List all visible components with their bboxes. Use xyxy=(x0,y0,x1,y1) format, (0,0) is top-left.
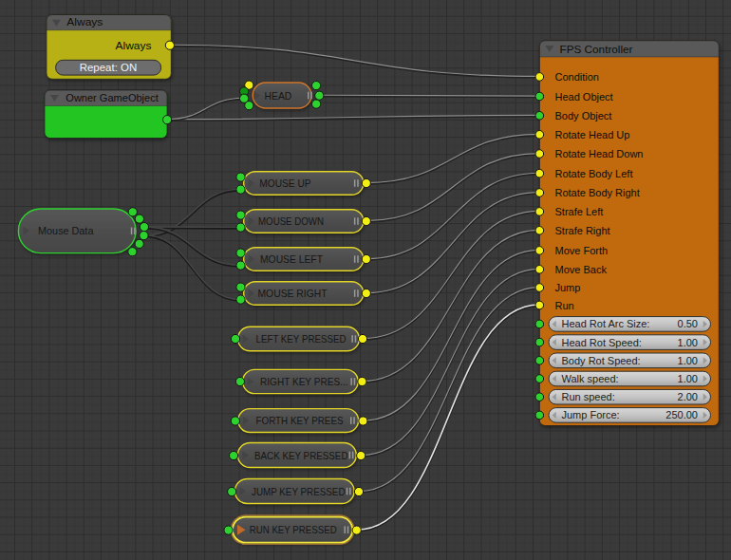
svg-text:Move Forth: Move Forth xyxy=(555,245,609,256)
svg-text:0.50: 0.50 xyxy=(678,318,698,329)
svg-text:FORTH KEY PREES: FORTH KEY PREES xyxy=(256,415,344,426)
svg-text:Mouse Data: Mouse Data xyxy=(38,225,94,236)
svg-text:Run: Run xyxy=(555,300,574,311)
svg-text:1.00: 1.00 xyxy=(678,337,698,348)
svg-text:Rotate Body Left: Rotate Body Left xyxy=(555,168,633,179)
svg-text:Move Back: Move Back xyxy=(555,264,608,275)
svg-text:LEFT KEY PRESSED: LEFT KEY PRESSED xyxy=(256,333,347,345)
svg-text:BACK KEY PRESSED: BACK KEY PRESSED xyxy=(254,450,348,461)
svg-text:Body Object: Body Object xyxy=(555,110,612,121)
svg-text:Rotate Head Down: Rotate Head Down xyxy=(555,148,644,159)
svg-text:Run speed:: Run speed: xyxy=(562,391,615,402)
svg-text:Strafe Right: Strafe Right xyxy=(555,225,610,236)
svg-text:MOUSE UP: MOUSE UP xyxy=(259,177,311,189)
svg-text:RUN KEY PRESSED: RUN KEY PRESSED xyxy=(250,524,337,535)
svg-text:Owner GameObject: Owner GameObject xyxy=(66,92,159,103)
svg-text:MOUSE LEFT: MOUSE LEFT xyxy=(260,253,323,265)
svg-text:Always: Always xyxy=(116,40,152,51)
svg-text:1.00: 1.00 xyxy=(678,355,698,366)
svg-text:2.00: 2.00 xyxy=(678,391,698,402)
svg-text:Rotate Body Right: Rotate Body Right xyxy=(555,187,640,198)
svg-text:MOUSE DOWN: MOUSE DOWN xyxy=(258,215,324,227)
svg-text:Rotate Head Up: Rotate Head Up xyxy=(555,129,630,140)
svg-text:Head Rot Speed:: Head Rot Speed: xyxy=(562,337,642,348)
svg-text:Strafe Left: Strafe Left xyxy=(555,206,604,217)
svg-text:250.00: 250.00 xyxy=(665,409,698,420)
svg-text:Head Rot Arc Size:: Head Rot Arc Size: xyxy=(562,318,650,329)
svg-text:Always: Always xyxy=(66,16,103,28)
svg-text:Head Object: Head Object xyxy=(555,91,613,103)
svg-text:Walk speed:: Walk speed: xyxy=(562,373,619,384)
svg-text:Jump Force:: Jump Force: xyxy=(562,409,620,420)
svg-text:JUMP KEY PRESSED: JUMP KEY PRESSED xyxy=(252,486,346,497)
svg-text:Condition: Condition xyxy=(555,71,599,83)
svg-text:MOUSE RIGHT: MOUSE RIGHT xyxy=(258,288,328,299)
svg-text:FPS Controller: FPS Controller xyxy=(560,44,633,55)
svg-text:Body Rot Speed:: Body Rot Speed: xyxy=(562,355,641,366)
svg-text:Repeat: ON: Repeat: ON xyxy=(80,62,138,73)
svg-text:Jump: Jump xyxy=(555,282,581,293)
svg-text:HEAD: HEAD xyxy=(265,90,292,102)
svg-text:RIGHT KEY PRES...: RIGHT KEY PRES... xyxy=(260,376,348,387)
svg-text:1.00: 1.00 xyxy=(678,373,698,384)
